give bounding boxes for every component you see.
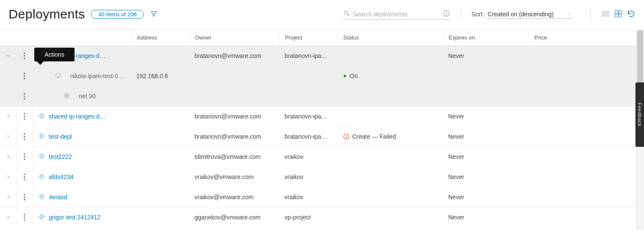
table-row[interactable]: test2222 tdimitrova@vmware.com vraikov N… bbox=[0, 147, 644, 167]
svg-point-35 bbox=[24, 138, 25, 140]
resource-name: net.90 bbox=[74, 93, 96, 100]
svg-point-58 bbox=[24, 219, 25, 220]
table-row[interactable]: shared-ip-ranges-d… bratanovn@vmware.com… bbox=[0, 46, 644, 66]
row-actions-button[interactable] bbox=[16, 147, 33, 167]
actions-tooltip: Actions bbox=[34, 48, 75, 61]
deployment-name-link[interactable]: 4erasd bbox=[49, 194, 67, 201]
expand-toggle[interactable] bbox=[0, 187, 16, 207]
sort-label: Sort: bbox=[471, 11, 484, 18]
svg-rect-11 bbox=[619, 14, 622, 17]
svg-point-51 bbox=[24, 194, 25, 195]
collapse-toggle[interactable] bbox=[0, 46, 16, 66]
refresh-icon[interactable] bbox=[627, 9, 635, 19]
svg-rect-10 bbox=[615, 14, 618, 17]
table-row[interactable]: afds4234 vraikov@vmware.com vraikov Neve… bbox=[0, 167, 644, 187]
expand-toggle[interactable] bbox=[0, 127, 16, 146]
vm-icon bbox=[55, 72, 62, 80]
col-project[interactable]: Project bbox=[279, 30, 338, 46]
table-header: Address Owner Project Status Expires on … bbox=[0, 30, 644, 46]
col-owner[interactable]: Owner bbox=[189, 30, 279, 46]
search-input[interactable] bbox=[353, 11, 440, 18]
svg-point-47 bbox=[24, 176, 25, 177]
filter-icon[interactable] bbox=[150, 10, 158, 19]
page-title: Deployments bbox=[9, 7, 85, 21]
svg-rect-59 bbox=[39, 214, 45, 219]
col-address[interactable]: Address bbox=[131, 30, 189, 46]
svg-point-30 bbox=[24, 118, 25, 119]
project-cell: bratanovn-ipa… bbox=[279, 52, 338, 59]
svg-point-43 bbox=[24, 158, 25, 160]
row-actions-button[interactable] bbox=[16, 167, 33, 187]
expand-toggle[interactable] bbox=[0, 167, 16, 187]
sort-select[interactable]: Created on (descending) bbox=[487, 10, 572, 19]
svg-point-0 bbox=[344, 11, 348, 15]
col-price[interactable]: Price bbox=[529, 30, 614, 46]
table-row-child[interactable]: nikola-ipam-test-0… 192.168.0.6 On bbox=[0, 66, 644, 86]
expand-toggle[interactable] bbox=[0, 207, 16, 227]
feedback-tab[interactable]: Feedback bbox=[635, 82, 644, 147]
expand-toggle[interactable] bbox=[0, 106, 16, 126]
svg-rect-50 bbox=[40, 175, 43, 177]
sort-control[interactable]: Sort: Created on (descending) bbox=[471, 10, 580, 19]
info-icon[interactable] bbox=[443, 9, 450, 18]
table-row[interactable]: test-depl bratanovn@vmware.com bratanovn… bbox=[0, 127, 644, 147]
expires-cell: Never bbox=[443, 52, 529, 59]
svg-point-19 bbox=[24, 78, 25, 79]
svg-point-18 bbox=[24, 75, 25, 76]
row-actions-button[interactable] bbox=[16, 66, 33, 86]
svg-point-24 bbox=[24, 93, 25, 94]
svg-rect-7 bbox=[602, 15, 609, 16]
svg-rect-60 bbox=[40, 215, 43, 218]
list-view-icon[interactable] bbox=[601, 9, 610, 19]
deployment-name-link[interactable]: test2222 bbox=[49, 153, 72, 160]
svg-rect-20 bbox=[56, 73, 61, 76]
address-cell: 192.168.0.6 bbox=[131, 73, 189, 79]
network-icon bbox=[63, 92, 70, 100]
expand-toggle[interactable] bbox=[0, 147, 16, 167]
svg-point-26 bbox=[24, 98, 25, 99]
deployment-name-link[interactable]: grigor test 2412412 bbox=[49, 214, 101, 221]
row-actions-button[interactable] bbox=[16, 127, 33, 146]
search-icon bbox=[343, 10, 350, 18]
deployment-icon bbox=[38, 193, 45, 202]
svg-rect-37 bbox=[40, 134, 43, 137]
svg-line-1 bbox=[347, 14, 349, 16]
row-actions-button[interactable] bbox=[16, 187, 33, 207]
svg-point-17 bbox=[24, 73, 25, 74]
svg-rect-55 bbox=[40, 195, 43, 198]
svg-point-57 bbox=[24, 216, 25, 218]
deployment-name-link[interactable]: afds4234 bbox=[49, 173, 74, 180]
svg-rect-44 bbox=[39, 153, 45, 159]
deployment-icon bbox=[38, 152, 45, 161]
svg-point-52 bbox=[24, 196, 25, 198]
resource-name: nikola-ipam-test-0… bbox=[65, 73, 124, 79]
svg-point-56 bbox=[24, 214, 25, 215]
deployment-name-link[interactable]: test-depl bbox=[49, 133, 72, 140]
svg-rect-31 bbox=[39, 113, 45, 119]
table-row[interactable]: 4erasd vraikov@vmware.com vraikov Never bbox=[0, 187, 644, 207]
row-actions-button[interactable] bbox=[16, 86, 33, 106]
row-actions-button[interactable] bbox=[16, 106, 33, 126]
svg-point-29 bbox=[24, 115, 25, 117]
owner-cell: bratanovn@vmware.com bbox=[189, 52, 279, 59]
svg-marker-23 bbox=[344, 74, 347, 78]
divider bbox=[590, 8, 591, 20]
table-row[interactable]: shared-ip-ranges-d… bratanovn@vmware.com… bbox=[0, 106, 644, 127]
deployment-icon bbox=[38, 173, 45, 182]
status-on: On bbox=[343, 73, 443, 79]
col-status[interactable]: Status bbox=[338, 30, 443, 46]
svg-point-4 bbox=[446, 12, 447, 12]
svg-point-40 bbox=[346, 137, 346, 138]
col-expires[interactable]: Expires on bbox=[443, 30, 529, 46]
table-row[interactable]: grigor test 2412412 gganekov@vmware.com … bbox=[0, 207, 644, 228]
svg-rect-36 bbox=[39, 133, 45, 139]
row-actions-button[interactable] bbox=[16, 207, 33, 227]
deployment-icon bbox=[38, 213, 45, 222]
svg-point-14 bbox=[24, 58, 25, 59]
table-row-child[interactable]: net.90 bbox=[0, 86, 644, 106]
row-actions-button[interactable] bbox=[16, 46, 33, 66]
grid-view-icon[interactable] bbox=[614, 9, 623, 19]
deployment-name-link[interactable]: shared-ip-ranges-d… bbox=[49, 113, 105, 120]
table-body[interactable]: shared-ip-ranges-d… bratanovn@vmware.com… bbox=[0, 46, 644, 230]
search-input-wrap[interactable] bbox=[343, 9, 450, 20]
